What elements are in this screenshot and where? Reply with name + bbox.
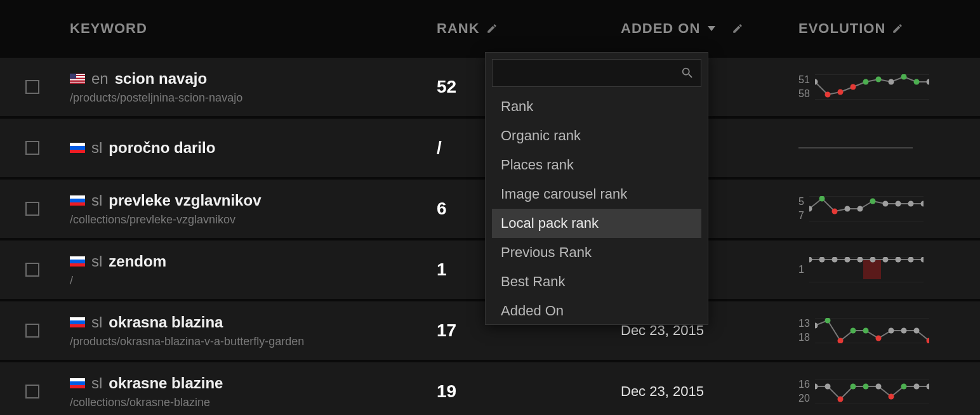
keyword-path: / (70, 274, 437, 287)
svg-point-53 (824, 384, 830, 390)
header-rank-label: RANK (437, 20, 480, 37)
keyword-name[interactable]: scion navajo (115, 70, 207, 88)
header-rank[interactable]: RANK (437, 20, 621, 37)
rank-value: 1 (437, 260, 447, 280)
svg-point-48 (913, 328, 919, 334)
keyword-name[interactable]: okrasne blazine (109, 374, 223, 392)
language-code: sl (91, 192, 102, 209)
sparkline-range: 1620 (798, 379, 810, 404)
rank-value: 19 (437, 381, 456, 402)
row-checkbox[interactable] (25, 385, 39, 399)
dropdown-item[interactable]: Organic rank (492, 121, 701, 150)
rank-value: 17 (437, 320, 456, 341)
keyword-path: /products/posteljnina-scion-navajo (70, 91, 437, 105)
svg-point-30 (831, 257, 837, 263)
row-checkbox[interactable] (25, 263, 39, 277)
dropdown-item[interactable]: Image carousel rank (492, 180, 701, 209)
keyword-path: /collections/okrasne-blazine (70, 396, 437, 409)
svg-point-40 (815, 323, 818, 329)
rank-value: / (437, 138, 442, 158)
rank-value: 52 (437, 77, 456, 97)
dropdown-item[interactable]: Added On (492, 296, 701, 315)
edit-icon[interactable] (892, 23, 903, 34)
svg-point-10 (913, 79, 919, 85)
language-code: en (91, 70, 109, 88)
chevron-down-icon (708, 26, 715, 31)
header-evolution[interactable]: EVOLUTION (798, 20, 980, 37)
keyword-name[interactable]: prevleke vzglavnikov (109, 192, 261, 209)
svg-point-54 (837, 397, 843, 402)
search-icon (680, 66, 694, 80)
svg-point-56 (863, 384, 868, 390)
svg-point-22 (895, 201, 901, 207)
svg-point-46 (888, 328, 894, 334)
keyword-path: /products/okrasna-blazina-v-a-butterfly-… (70, 335, 437, 348)
svg-point-32 (857, 257, 863, 263)
keyword-path: /collections/prevleke-vzglavnikov (70, 213, 437, 227)
added-date: Dec 23, 2015 (621, 383, 704, 400)
row-checkbox[interactable] (25, 141, 39, 155)
svg-point-34 (882, 257, 888, 263)
svg-point-45 (875, 336, 881, 341)
dropdown-list[interactable]: RankOrganic rankPlaces rankImage carouse… (492, 92, 701, 315)
svg-point-8 (888, 79, 894, 85)
language-code: sl (91, 374, 102, 392)
svg-point-7 (875, 77, 881, 82)
header-added-label: ADDED ON (621, 20, 700, 37)
dropdown-item[interactable]: Places rank (492, 150, 701, 180)
svg-point-23 (908, 201, 913, 207)
sparkline-range: 5158 (798, 74, 810, 100)
svg-point-43 (850, 328, 856, 334)
svg-point-52 (815, 384, 818, 390)
svg-point-4 (837, 89, 843, 95)
table-header: KEYWORD RANK ADDED ON EVOLUTION (0, 0, 980, 57)
dropdown-item[interactable]: Rank (492, 92, 701, 121)
header-added-on[interactable]: ADDED ON (621, 20, 798, 37)
svg-point-57 (875, 384, 881, 390)
sparkline-empty (798, 135, 913, 161)
sparkline-range: 1 (798, 264, 804, 275)
keyword-name[interactable]: zendom (109, 253, 166, 270)
svg-point-20 (870, 199, 875, 204)
svg-point-3 (824, 92, 830, 98)
sparkline (815, 379, 929, 404)
rank-value: 6 (437, 199, 447, 219)
row-checkbox[interactable] (25, 202, 39, 216)
sparkline (815, 318, 929, 343)
dropdown-item[interactable]: Local pack rank (492, 209, 701, 238)
svg-point-11 (926, 79, 929, 85)
language-code: sl (91, 253, 102, 270)
dropdown-search-input[interactable] (493, 60, 673, 86)
svg-rect-27 (863, 260, 881, 279)
svg-point-59 (901, 384, 906, 390)
dropdown-item[interactable]: Previous Rank (492, 238, 701, 267)
keyword-name[interactable]: okrasna blazina (109, 313, 223, 331)
svg-point-58 (888, 394, 894, 400)
sparkline (809, 257, 924, 282)
sparkline-range: 1318 (798, 318, 810, 343)
svg-point-55 (850, 384, 856, 390)
sparkline (815, 74, 929, 100)
column-dropdown: RankOrganic rankPlaces rankImage carouse… (485, 52, 708, 325)
keyword-name[interactable]: poročno darilo (109, 139, 215, 157)
flag-icon (70, 317, 85, 327)
svg-point-44 (863, 328, 868, 334)
edit-icon[interactable] (732, 23, 743, 34)
sparkline (809, 196, 924, 221)
row-checkbox[interactable] (25, 80, 39, 94)
header-keyword[interactable]: KEYWORD (70, 20, 437, 37)
dropdown-search[interactable] (492, 59, 701, 87)
header-evolution-label: EVOLUTION (798, 20, 885, 37)
svg-point-31 (844, 257, 850, 263)
flag-icon (70, 74, 85, 84)
flag-icon (70, 378, 85, 388)
row-checkbox[interactable] (25, 324, 39, 338)
svg-point-6 (863, 79, 868, 85)
dropdown-item[interactable]: Best Rank (492, 267, 701, 296)
edit-icon[interactable] (486, 23, 498, 34)
table-row[interactable]: sl okrasne blazine /collections/okrasne-… (0, 362, 980, 415)
svg-point-37 (920, 257, 924, 263)
svg-point-61 (926, 384, 929, 390)
svg-point-35 (895, 257, 901, 263)
svg-point-21 (882, 201, 888, 207)
